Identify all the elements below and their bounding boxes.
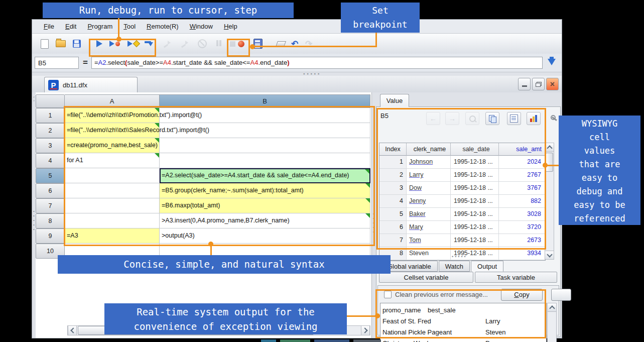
grid-corner[interactable]: [36, 94, 65, 108]
formula-input[interactable]: =A2.select(sale_date>=A4.start_date && s…: [91, 57, 543, 69]
menu-tool[interactable]: Tool: [118, 21, 141, 32]
scrollbar-thumb[interactable]: [546, 153, 553, 172]
open-file-icon[interactable]: [54, 37, 67, 50]
row-header-5[interactable]: 5: [36, 168, 65, 183]
col-clerk-name[interactable]: clerk_name: [407, 143, 451, 156]
close-button[interactable]: ×: [546, 78, 559, 90]
row-header-7[interactable]: 7: [36, 198, 65, 213]
menu-remote[interactable]: Remote(R): [141, 21, 184, 32]
cell-B6[interactable]: =B5.group(clerk_name;~.sum(sale_amt):tot…: [160, 183, 370, 198]
value-table-scrollbar[interactable]: [545, 143, 554, 260]
cell-B5-selected[interactable]: =A2.select(sale_date>=A4.start_date && s…: [160, 168, 370, 183]
record-form-icon[interactable]: [507, 112, 521, 125]
cell-B3[interactable]: [160, 138, 370, 153]
clipped-button[interactable]: [551, 289, 571, 301]
output-scrollbar[interactable]: [547, 303, 557, 342]
clean-error-checkbox[interactable]: [384, 291, 392, 298]
clerk-link[interactable]: Jenny: [407, 195, 451, 208]
menu-file[interactable]: File: [38, 21, 60, 32]
editor-tab-bar: P db11.dfx ×: [32, 76, 562, 92]
splitter-dots[interactable]: ▪▪▪▪▪: [303, 72, 338, 76]
output-console[interactable]: promo_namebest_sale Feast of St. FredLar…: [380, 303, 547, 342]
forward-arrow-icon[interactable]: →: [445, 112, 459, 125]
amt-cell: 3934: [499, 247, 545, 260]
step-icon[interactable]: [142, 37, 155, 50]
column-header-b[interactable]: B: [160, 94, 370, 108]
menu-help[interactable]: Help: [218, 21, 243, 32]
scroll-up-icon[interactable]: [545, 143, 554, 152]
new-file-icon[interactable]: [38, 37, 51, 50]
cell-A5[interactable]: [65, 168, 160, 183]
run-to-cursor-icon[interactable]: [126, 37, 140, 50]
menu-edit[interactable]: Edit: [60, 21, 82, 32]
cell-A6[interactable]: [65, 183, 160, 198]
row-header-8[interactable]: 8: [36, 213, 65, 229]
row-header-4[interactable]: 4: [36, 153, 65, 168]
breakpoint-icon[interactable]: [234, 37, 247, 50]
tab-task-variable[interactable]: Task variable: [475, 272, 557, 283]
cell-ref-box[interactable]: B5: [35, 57, 79, 69]
col-sale-date[interactable]: sale_date: [451, 143, 499, 156]
debug-icon[interactable]: [108, 37, 121, 50]
row-header-9[interactable]: 9: [36, 229, 65, 244]
expand-formula-icon[interactable]: [548, 59, 556, 65]
cell-B9[interactable]: >output(A3): [160, 229, 370, 244]
clerk-link[interactable]: Mary: [407, 221, 451, 234]
step-return-icon[interactable]: [178, 37, 191, 50]
scroll-up-icon[interactable]: [548, 303, 556, 312]
row-header-1[interactable]: 1: [36, 108, 65, 123]
cell-A2[interactable]: =file("..\\demo\\zh\\txt\\SalesRecord.tx…: [65, 123, 160, 138]
col-index[interactable]: Index: [379, 143, 407, 156]
row-header-6[interactable]: 6: [36, 183, 65, 198]
formula-part: =: [94, 59, 98, 66]
copy-value-icon[interactable]: [485, 112, 499, 125]
clerk-link[interactable]: Larry: [407, 169, 451, 182]
tab-cellset-variable[interactable]: Cellset variable: [379, 272, 473, 283]
restore-button[interactable]: [532, 78, 545, 90]
cell-A8[interactable]: [65, 213, 160, 229]
cell-A1[interactable]: =file("..\\demo\\zh\\txt\\Promotion.txt"…: [65, 108, 160, 123]
cell-A9[interactable]: =A3: [65, 229, 160, 244]
taskbar-sliver: [314, 339, 349, 342]
clerk-link[interactable]: Johnson: [407, 156, 451, 169]
scroll-right-icon[interactable]: [361, 326, 370, 335]
clerk-link[interactable]: Baker: [407, 208, 451, 221]
row-header-2[interactable]: 2: [36, 123, 65, 138]
run-icon[interactable]: [93, 37, 106, 50]
col-sale-amt[interactable]: sale_amt: [499, 143, 545, 156]
back-arrow-icon[interactable]: ←: [426, 112, 440, 125]
menu-window[interactable]: Window: [184, 21, 218, 32]
minimize-button[interactable]: [518, 78, 531, 90]
undo-icon[interactable]: ↶: [288, 37, 301, 50]
row-header-3[interactable]: 3: [36, 138, 65, 153]
cell-B8[interactable]: >A3.insert(0,A4.promo_name,B7.clerk_name…: [160, 213, 370, 229]
tab-db11-dfx[interactable]: P db11.dfx: [44, 77, 138, 92]
tab-output[interactable]: Output: [471, 261, 503, 272]
menu-program[interactable]: Program: [82, 21, 118, 32]
cell-B7[interactable]: =B6.maxp(total_amt): [160, 198, 370, 213]
chart-icon[interactable]: [527, 112, 541, 125]
tab-watch[interactable]: Watch: [439, 261, 470, 272]
cancel-icon[interactable]: [196, 37, 209, 50]
eraser-icon[interactable]: [274, 37, 287, 50]
redo-icon[interactable]: ↷: [302, 37, 315, 50]
tab-value[interactable]: Value: [380, 94, 409, 107]
calculator-icon[interactable]: [251, 37, 265, 50]
clerk-link[interactable]: Tom: [407, 234, 451, 247]
save-icon[interactable]: [70, 37, 83, 50]
scroll-left-icon[interactable]: [68, 326, 77, 335]
cell-B4[interactable]: [160, 153, 370, 168]
cell-A7[interactable]: [65, 198, 160, 213]
splitter-dots[interactable]: •••••: [452, 254, 467, 259]
clerk-link[interactable]: Dow: [407, 182, 451, 195]
panel-splitter[interactable]: •••••: [372, 92, 376, 338]
column-header-a[interactable]: A: [65, 94, 160, 108]
magnifier-icon[interactable]: [465, 112, 479, 125]
cell-A4[interactable]: for A1: [65, 153, 160, 168]
copy-button[interactable]: Copy: [501, 289, 543, 301]
step-into-icon[interactable]: [161, 37, 174, 50]
scroll-down-icon[interactable]: [545, 251, 554, 259]
pause-icon[interactable]: [212, 37, 225, 50]
cell-A3[interactable]: =create(promo_name,best_sale): [65, 138, 160, 153]
annotation-set-breakpoint: Set breakpoint: [341, 3, 420, 33]
